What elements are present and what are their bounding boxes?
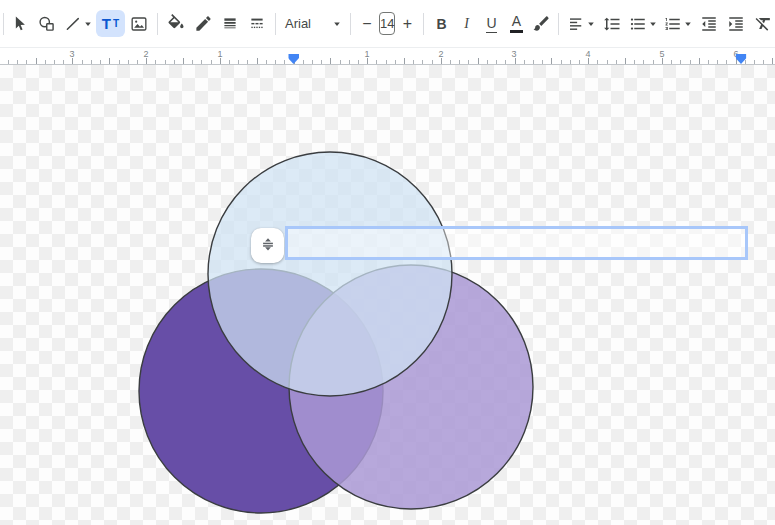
ruler-tick xyxy=(579,60,580,64)
ruler-tick xyxy=(468,60,469,64)
font-family-value: Arial xyxy=(285,16,311,31)
ruler-tick xyxy=(192,60,193,64)
ruler-tick xyxy=(671,60,672,64)
ruler-tick xyxy=(330,58,331,64)
vertical-adjust-icon xyxy=(260,236,276,256)
text-color-button[interactable]: A xyxy=(504,6,528,42)
ruler-tick xyxy=(312,60,313,64)
ruler-tick xyxy=(321,60,322,64)
indent-icon xyxy=(727,15,745,33)
fill-color-button[interactable] xyxy=(163,6,189,42)
font-size-input[interactable]: 14 xyxy=(379,12,395,35)
select-tool-button[interactable] xyxy=(7,6,33,42)
line-icon xyxy=(64,15,82,33)
ruler-tick xyxy=(533,60,534,64)
font-family-select[interactable]: Arial xyxy=(281,6,345,42)
ruler-tick xyxy=(561,60,562,64)
ruler-number: 2 xyxy=(143,49,148,59)
toolbar-divider xyxy=(157,13,158,35)
ruler-tick xyxy=(201,60,202,64)
numbered-list-button[interactable] xyxy=(661,6,695,42)
ruler-tick xyxy=(174,60,175,64)
ruler-tick xyxy=(524,60,525,64)
chevron-down-icon xyxy=(333,20,341,28)
border-color-button[interactable] xyxy=(190,6,216,42)
ruler-tick xyxy=(551,58,552,64)
shape-tool-button[interactable] xyxy=(34,6,60,42)
ruler-tick xyxy=(717,60,718,64)
ruler-tick xyxy=(422,60,423,64)
increase-font-size-button[interactable]: + xyxy=(396,6,418,42)
drawing-canvas[interactable] xyxy=(0,65,775,525)
ruler-tick xyxy=(284,60,285,64)
ruler: 321123456 xyxy=(0,48,775,65)
ruler-tick xyxy=(266,60,267,64)
clear-format-icon xyxy=(754,14,773,33)
ruler-tick xyxy=(478,58,479,64)
shape-icon xyxy=(37,14,57,34)
ruler-tick xyxy=(386,60,387,64)
ruler-tick xyxy=(238,60,239,64)
line-tool-button[interactable] xyxy=(61,6,95,42)
bold-button[interactable]: B xyxy=(429,6,453,42)
ruler-number: 3 xyxy=(511,49,516,59)
line-spacing-button[interactable] xyxy=(599,6,625,42)
ruler-tick xyxy=(349,60,350,64)
decrease-font-size-button[interactable]: − xyxy=(356,6,378,42)
underline-button[interactable]: U xyxy=(479,6,503,42)
ruler-tick xyxy=(26,60,27,64)
drawing-text-box[interactable] xyxy=(285,226,748,260)
ruler-tick xyxy=(119,60,120,64)
ruler-tick xyxy=(690,60,691,64)
toolbar-divider xyxy=(3,13,4,35)
ruler-tick xyxy=(128,60,129,64)
ruler-tick xyxy=(432,60,433,64)
increase-indent-button[interactable] xyxy=(723,6,749,42)
ruler-tick xyxy=(404,58,405,64)
image-icon xyxy=(129,14,149,34)
indent-marker-left[interactable] xyxy=(288,54,299,64)
text-box-drag-handle[interactable] xyxy=(251,228,284,263)
ruler-tick xyxy=(680,60,681,64)
ruler-tick xyxy=(496,60,497,64)
text-box-tool-button[interactable]: Tt xyxy=(96,10,125,37)
text-icon: T xyxy=(102,16,111,31)
decrease-indent-button[interactable] xyxy=(696,6,722,42)
bulleted-list-button[interactable] xyxy=(626,6,660,42)
ruler-tick xyxy=(211,60,212,64)
line-spacing-icon xyxy=(603,15,621,33)
toolbar-divider xyxy=(558,13,559,35)
ruler-tick xyxy=(772,58,773,64)
ruler-tick xyxy=(155,60,156,64)
ruler-tick xyxy=(643,60,644,64)
pencil-icon xyxy=(194,14,213,33)
ruler-tick xyxy=(137,60,138,64)
toolbar-divider xyxy=(350,13,351,35)
ruler-tick xyxy=(607,60,608,64)
ruler-tick xyxy=(247,60,248,64)
outdent-icon xyxy=(700,15,718,33)
align-button[interactable] xyxy=(564,6,598,42)
drawing-shapes xyxy=(0,65,775,525)
chevron-down-icon xyxy=(84,20,92,28)
venn-circle-light-blue[interactable] xyxy=(208,152,452,396)
highlight-color-button[interactable] xyxy=(529,6,553,42)
toolbar: Tt xyxy=(0,0,775,48)
ruler-number: 1 xyxy=(364,49,369,59)
italic-button[interactable]: I xyxy=(454,6,478,42)
ruler-number: 4 xyxy=(585,49,590,59)
ruler-tick xyxy=(45,60,46,64)
clear-formatting-button[interactable] xyxy=(750,6,775,42)
border-dash-button[interactable] xyxy=(244,6,270,42)
ruler-tick xyxy=(54,60,55,64)
ruler-tick xyxy=(754,60,755,64)
image-tool-button[interactable] xyxy=(126,6,152,42)
ruler-tick xyxy=(653,60,654,64)
chevron-down-icon xyxy=(587,20,595,28)
ruler-tick xyxy=(340,60,341,64)
ruler-tick xyxy=(165,60,166,64)
ruler-tick xyxy=(726,60,727,64)
ruler-tick xyxy=(257,58,258,64)
border-weight-button[interactable] xyxy=(217,6,243,42)
ruler-tick xyxy=(459,60,460,64)
